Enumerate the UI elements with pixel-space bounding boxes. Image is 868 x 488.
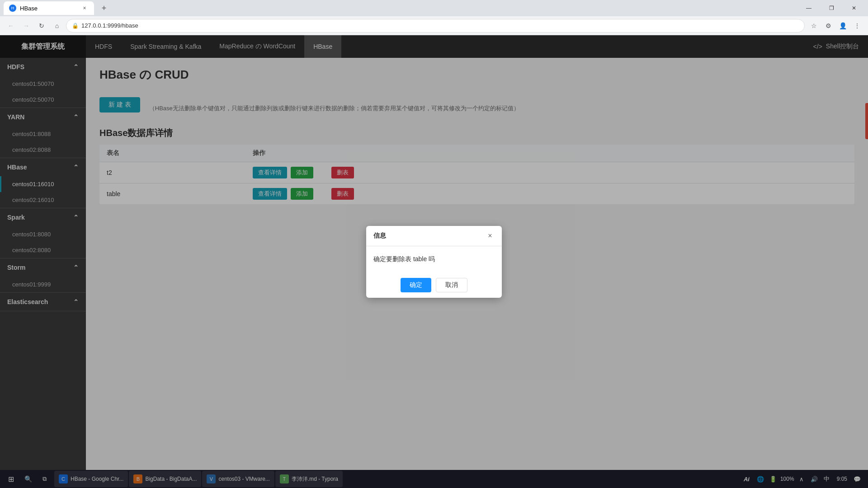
lock-icon: 🔒	[72, 23, 79, 29]
tab-favicon: H	[9, 5, 16, 12]
maximize-button[interactable]: ❐	[821, 0, 842, 16]
tab-close-button[interactable]: ×	[80, 4, 89, 12]
forward-button[interactable]: →	[20, 19, 33, 32]
tab-title: HBase	[20, 5, 38, 12]
toolbar-icons: ☆ ⚙ 👤 ⋮	[807, 19, 863, 32]
modal-cancel-button[interactable]: 取消	[436, 278, 467, 292]
modal-body: 确定要删除表 table 吗	[366, 246, 502, 272]
address-text: 127.0.0.1:9999/hbase	[81, 22, 138, 29]
modal-message: 确定要删除表 table 吗	[373, 255, 435, 263]
reload-button[interactable]: ↻	[35, 19, 48, 32]
back-button[interactable]: ←	[5, 19, 17, 32]
profile-button[interactable]: 👤	[836, 19, 849, 32]
modal-overlay: 信息 × 确定要删除表 table 吗 确定 取消	[0, 35, 868, 488]
new-tab-button[interactable]: +	[98, 2, 110, 14]
modal-title: 信息	[373, 232, 386, 240]
minimize-button[interactable]: —	[798, 0, 819, 16]
modal-confirm-button[interactable]: 确定	[401, 278, 431, 292]
browser-titlebar: H HBase × + — ❐ ✕	[0, 0, 868, 16]
window-controls: — ❐ ✕	[798, 0, 864, 16]
address-bar[interactable]: 🔒 127.0.0.1:9999/hbase	[66, 19, 805, 33]
modal-close-button[interactable]: ×	[486, 231, 495, 240]
bookmark-button[interactable]: ☆	[807, 19, 820, 32]
close-button[interactable]: ✕	[844, 0, 864, 16]
browser-toolbar: ← → ↻ ⌂ 🔒 127.0.0.1:9999/hbase ☆ ⚙ 👤 ⋮	[0, 16, 868, 35]
modal-footer: 确定 取消	[366, 272, 502, 298]
menu-button[interactable]: ⋮	[851, 19, 863, 32]
extensions-button[interactable]: ⚙	[822, 19, 835, 32]
browser-tab[interactable]: H HBase ×	[4, 1, 94, 15]
home-button[interactable]: ⌂	[51, 19, 63, 32]
modal-header: 信息 ×	[366, 226, 502, 246]
modal-dialog: 信息 × 确定要删除表 table 吗 确定 取消	[366, 226, 502, 298]
